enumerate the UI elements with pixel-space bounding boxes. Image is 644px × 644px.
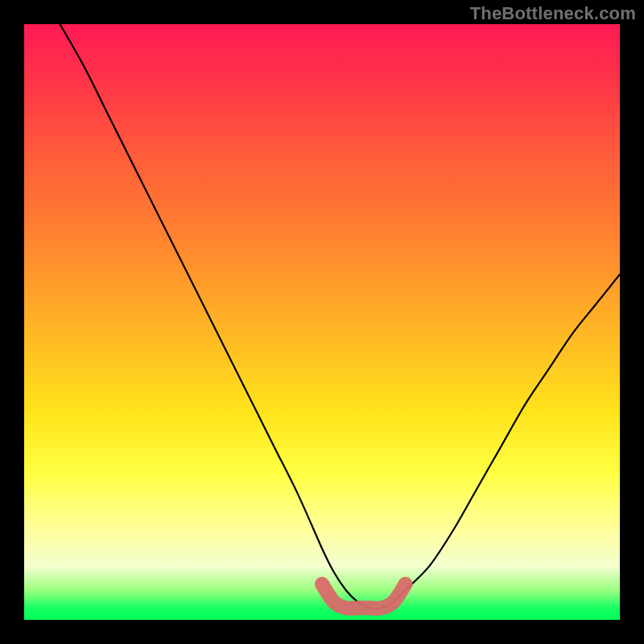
curve-layer [24,24,620,620]
plot-area [24,24,620,620]
main-curve [60,24,620,609]
watermark-text: TheBottleneck.com [470,3,636,24]
highlight-band [322,584,406,609]
chart-frame: TheBottleneck.com [0,0,644,644]
